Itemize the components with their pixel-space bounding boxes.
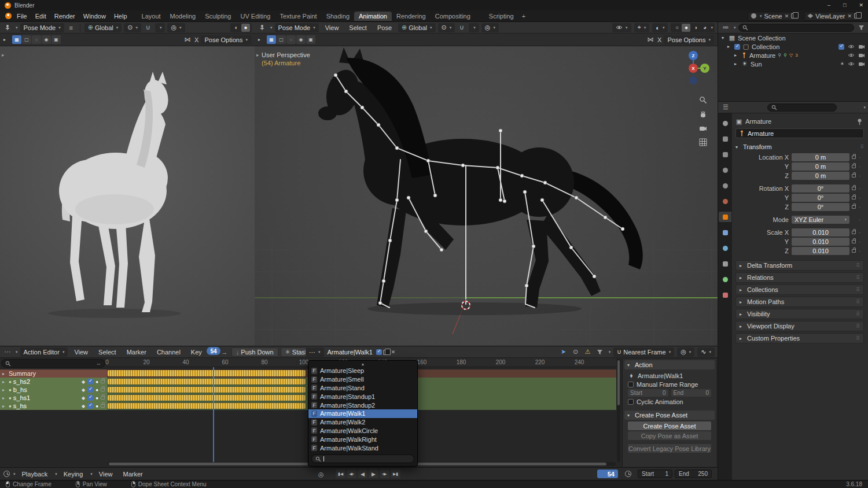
- editor-type-icon[interactable]: [258, 23, 267, 32]
- minimize-button[interactable]: [827, 2, 830, 8]
- pan-hand-icon[interactable]: [699, 110, 707, 119]
- channel-enable-checkbox[interactable]: [87, 387, 93, 393]
- scale-z-field[interactable]: 0.010: [792, 247, 849, 255]
- menu-window[interactable]: Window: [79, 12, 110, 21]
- new-view-layer-icon[interactable]: [854, 13, 859, 19]
- mode-dropdown[interactable]: Pose Mode▾: [20, 23, 64, 32]
- box-select-icon[interactable]: ▢: [22, 35, 31, 44]
- auto-keying-toggle-icon[interactable]: ◎: [318, 471, 324, 478]
- channel-search-input[interactable]: ⇔: [1, 359, 105, 368]
- menu-view[interactable]: View: [95, 469, 117, 479]
- lock-icon[interactable]: [852, 240, 856, 243]
- tab-material[interactable]: [719, 290, 731, 300]
- play-button[interactable]: [369, 469, 378, 478]
- lock-icon[interactable]: [101, 404, 105, 408]
- lasso-select-icon[interactable]: ◉: [296, 35, 306, 44]
- current-frame-indicator[interactable]: 54: [207, 347, 220, 355]
- snap-dropdown[interactable]: ▾: [155, 23, 165, 32]
- next-keyframe-button[interactable]: [380, 469, 389, 478]
- navigation-gizmo[interactable]: Z X Y: [677, 51, 709, 86]
- panel-collections[interactable]: ▸Collections⠿: [735, 284, 864, 295]
- disable-render-camera-icon[interactable]: [858, 44, 865, 49]
- scroll-up-icon[interactable]: ▲: [308, 362, 417, 367]
- menu-search-input[interactable]: [311, 454, 414, 463]
- vertical-scrollbar[interactable]: [617, 359, 620, 462]
- hide-eye-icon[interactable]: [848, 53, 855, 58]
- easing-dropdown[interactable]: ∿▾: [697, 347, 715, 357]
- overlays-dropdown[interactable]: ◐▾: [652, 23, 668, 32]
- frame-start-field[interactable]: Start1: [638, 469, 672, 478]
- fake-user-toggle[interactable]: [376, 349, 382, 355]
- current-frame-field[interactable]: 54: [597, 469, 618, 478]
- frame-start-field[interactable]: Start0: [628, 389, 668, 397]
- menu-marker[interactable]: Marker: [123, 347, 150, 357]
- panel-custom-properties[interactable]: ▸Custom Properties⠿: [735, 333, 864, 343]
- solid-shading-icon[interactable]: ●: [241, 24, 250, 32]
- panel-visibility[interactable]: ▸Visibility⠿: [735, 309, 864, 319]
- frame-end-field[interactable]: End0: [671, 389, 712, 397]
- cyclic-animation-row[interactable]: Cyclic Animation: [624, 397, 715, 406]
- pose-options-dropdown[interactable]: Pose Options▾: [664, 35, 714, 45]
- lock-icon[interactable]: [852, 187, 856, 190]
- rotation-x-field[interactable]: 0°: [792, 184, 849, 193]
- location-z-field[interactable]: 0 m: [792, 172, 849, 180]
- action-name[interactable]: Armature|Walk1: [325, 349, 375, 356]
- menu-select[interactable]: Select: [345, 23, 371, 32]
- lock-icon[interactable]: [852, 196, 856, 199]
- pin-icon[interactable]: ●: [95, 387, 98, 393]
- channel-enable-checkbox[interactable]: [87, 403, 93, 409]
- tab-object-data[interactable]: [719, 274, 731, 284]
- jump-to-start-button[interactable]: [336, 469, 345, 478]
- tab-layout[interactable]: Layout: [137, 12, 165, 21]
- proportional-edit-dropdown[interactable]: ◎▾: [677, 347, 694, 357]
- gizmos-dropdown[interactable]: ⌖▾: [634, 23, 650, 32]
- only-selected-icon[interactable]: ➤: [559, 347, 568, 357]
- menu-marker[interactable]: Marker: [119, 469, 146, 479]
- tab-physics[interactable]: [719, 243, 731, 253]
- lock-icon[interactable]: [101, 388, 105, 391]
- mirror-x-label[interactable]: X: [657, 36, 661, 43]
- preview-range-icon[interactable]: [625, 471, 631, 477]
- menu-keying[interactable]: Keying: [60, 469, 87, 479]
- tab-output[interactable]: [719, 149, 731, 160]
- disable-render-camera-icon[interactable]: [858, 53, 865, 58]
- viewport-right-canvas[interactable]: ▸ User Perspective (54) Armature: [255, 46, 718, 346]
- editor-type-icon[interactable]: ⋯: [3, 347, 12, 357]
- box-select-icon[interactable]: ▢: [277, 35, 286, 44]
- paint-select-icon[interactable]: ▣: [306, 35, 315, 44]
- tab-view-layer[interactable]: [719, 165, 731, 175]
- axis-y-handle[interactable]: Y: [700, 64, 709, 73]
- copy-pose-as-asset-button[interactable]: Copy Pose as Asset: [628, 431, 711, 440]
- menu-select[interactable]: Select: [94, 347, 120, 357]
- timeline-editor-icon[interactable]: [3, 471, 10, 477]
- keying-icon[interactable]: ◆: [82, 379, 85, 385]
- rendered-shading-icon[interactable]: ◕: [700, 24, 709, 32]
- circle-select-icon[interactable]: ◌: [286, 35, 296, 44]
- tab-scripting[interactable]: Scripting: [484, 12, 518, 21]
- snap-mode-dropdown[interactable]: ∪Nearest Frame▾: [613, 347, 674, 357]
- editor-type-icon[interactable]: ☰: [721, 103, 730, 112]
- unlink-scene-icon[interactable]: ✕: [785, 13, 789, 19]
- viewport-right[interactable]: ▾ Pose Mode▾ View Select Pose ⊕Global▾ ⊙…: [255, 22, 718, 346]
- lock-icon[interactable]: [852, 205, 856, 209]
- outliner-row-armature[interactable]: ▸ Armature ⚲ ⚲ ▽ 3: [718, 51, 868, 60]
- menu-item-armature-walkcircle[interactable]: FArmature|WalkCircle: [308, 427, 417, 435]
- menu-channel[interactable]: Channel: [153, 347, 185, 357]
- mirror-x-icon[interactable]: ⋈: [646, 35, 655, 45]
- outliner-search-input[interactable]: [738, 24, 854, 32]
- channel-enable-checkbox[interactable]: [87, 379, 93, 385]
- viewport-left-canvas[interactable]: ▸: [0, 46, 255, 346]
- lock-icon[interactable]: [101, 396, 105, 400]
- tab-constraints[interactable]: [719, 258, 731, 269]
- panel-delta-transform[interactable]: ▸Delta Transform⠿: [735, 260, 864, 271]
- keying-icon[interactable]: ◆: [82, 395, 85, 401]
- jump-to-end-button[interactable]: [391, 469, 400, 478]
- material-shading-icon[interactable]: ◑: [691, 24, 700, 32]
- orientation-dropdown[interactable]: ⊕Global▾: [84, 23, 122, 32]
- properties-search-input[interactable]: [767, 103, 837, 112]
- pin-icon[interactable]: ●: [95, 379, 98, 385]
- snap-magnet-icon[interactable]: ∪: [144, 23, 153, 32]
- menu-item-armature-sleep[interactable]: FArmature|Sleep: [308, 367, 417, 375]
- zoom-icon[interactable]: [699, 96, 707, 104]
- solid-shading-icon[interactable]: ●: [682, 24, 690, 32]
